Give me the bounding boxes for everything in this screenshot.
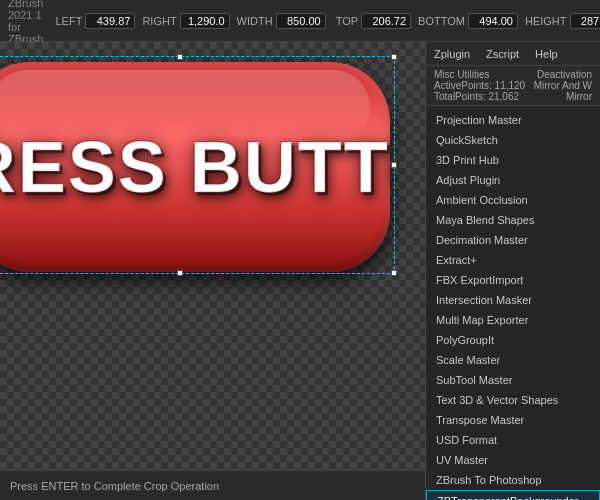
total-points-label: TotalPoints: 21,062	[434, 91, 519, 102]
coords-section: LEFT 439.87 RIGHT 1,290.0 WIDTH 850.00	[55, 13, 325, 29]
plugin-usd-format[interactable]: USD Format	[426, 430, 600, 450]
right-panel: Zplugin Zscript Help Misc Utilities Deac…	[425, 42, 600, 500]
left-value: 439.87	[85, 13, 135, 29]
coords-section-2: TOP 206.72 BOTTOM 494.00 HEIGHT 287.00	[336, 13, 600, 29]
plugin-list[interactable]: Projection Master QuickSketch 3D Print H…	[426, 106, 600, 500]
button-text: PRESS BUTTO	[0, 126, 390, 208]
active-points-label: ActivePoints: 11,120	[434, 80, 525, 91]
mirror-short-label: Mirror	[566, 91, 592, 102]
plugin-fbx-exportimport[interactable]: FBX ExportImport	[426, 270, 600, 290]
plugin-text-3d-vector[interactable]: Text 3D & Vector Shapes	[426, 390, 600, 410]
plugin-3d-print-hub[interactable]: 3D Print Hub	[426, 150, 600, 170]
status-text: Press ENTER to Complete Crop Operation	[10, 480, 219, 492]
plugin-zbtransparent[interactable]: ZBTransparentBackgrounder	[426, 490, 600, 500]
plugin-scale-master[interactable]: Scale Master	[426, 350, 600, 370]
menu-bar: Zplugin Zscript Help	[426, 42, 600, 66]
top-value: 206.72	[361, 13, 411, 29]
width-label: WIDTH	[237, 15, 273, 27]
plugin-ambient-occlusion[interactable]: Ambient Occlusion	[426, 190, 600, 210]
main-toolbar: ZBrush 2021.1 for ZBrush LEFT 439.87 RIG…	[0, 0, 600, 42]
height-label: HEIGHT	[525, 15, 567, 27]
right-label: RIGHT	[142, 15, 176, 27]
app-title-label: ZBrush 2021.1 for ZBrush	[8, 0, 43, 45]
plugin-multi-map-exporter[interactable]: Multi Map Exporter	[426, 310, 600, 330]
bottom-value: 494.00	[468, 13, 518, 29]
mirror-label: Mirror And W	[534, 80, 592, 91]
main-area: PRESS BUTTO Press ENTER to Complete Crop…	[0, 42, 600, 500]
width-value: 850.00	[276, 13, 326, 29]
plugin-quicksketch[interactable]: QuickSketch	[426, 130, 600, 150]
top-label: TOP	[336, 15, 358, 27]
right-value: 1,290.0	[180, 13, 230, 29]
points-info: Misc Utilities Deactivation ActivePoints…	[426, 66, 600, 106]
button-3d: PRESS BUTTO	[0, 62, 390, 272]
plugin-zbrush-to-photoshop[interactable]: ZBrush To Photoshop	[426, 470, 600, 490]
plugin-uv-master[interactable]: UV Master	[426, 450, 600, 470]
status-bar: Press ENTER to Complete Crop Operation	[0, 470, 425, 500]
canvas-area[interactable]: PRESS BUTTO Press ENTER to Complete Crop…	[0, 42, 425, 500]
plugin-adjust-plugin[interactable]: Adjust Plugin	[426, 170, 600, 190]
plugin-decimation-master[interactable]: Decimation Master	[426, 230, 600, 250]
plugin-intersection-masker[interactable]: Intersection Masker	[426, 290, 600, 310]
points-row: ActivePoints: 11,120 Mirror And W	[434, 80, 592, 91]
plugin-projection-master[interactable]: Projection Master	[426, 110, 600, 130]
plugin-subtool-master[interactable]: SubTool Master	[426, 370, 600, 390]
bottom-label: BOTTOM	[418, 15, 465, 27]
misc-utilities-label: Misc Utilities	[434, 69, 490, 80]
total-row: TotalPoints: 21,062 Mirror	[434, 91, 592, 102]
deactivation-label: Deactivation	[537, 69, 592, 80]
button-image-container: PRESS BUTTO	[0, 62, 390, 272]
menu-item-zscript[interactable]: Zscript	[482, 46, 523, 62]
plugin-maya-blend-shapes[interactable]: Maya Blend Shapes	[426, 210, 600, 230]
left-label: LEFT	[55, 15, 82, 27]
menu-item-help[interactable]: Help	[531, 46, 562, 62]
plugin-transpose-master[interactable]: Transpose Master	[426, 410, 600, 430]
menu-item-zplugin[interactable]: Zplugin	[430, 46, 474, 62]
height-value: 287.00	[570, 13, 601, 29]
plugin-polygroupit[interactable]: PolyGroupIt	[426, 330, 600, 350]
plugin-extract-plus[interactable]: Extract+	[426, 250, 600, 270]
misc-row: Misc Utilities Deactivation	[434, 69, 592, 80]
